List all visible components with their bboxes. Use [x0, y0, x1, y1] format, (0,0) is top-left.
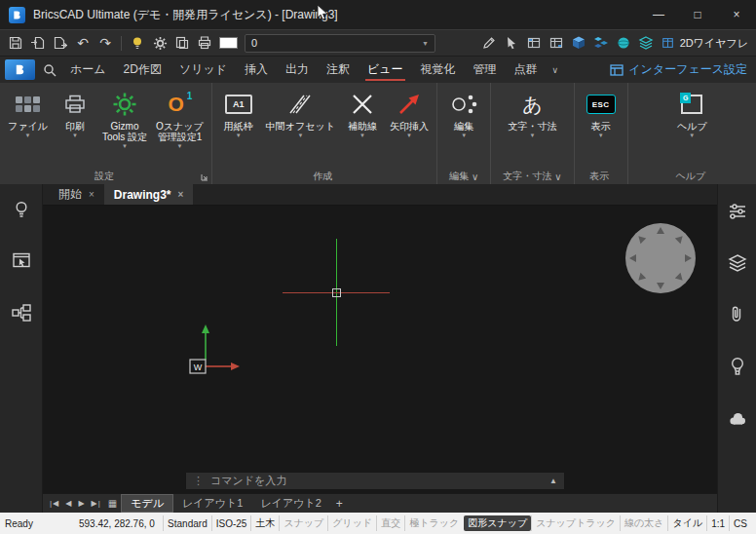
dropdown-caret-icon[interactable]: ▼ — [24, 132, 30, 140]
settings-gear-button[interactable] — [150, 33, 170, 53]
status-toggle[interactable]: スナップ — [279, 515, 327, 531]
copy-button[interactable] — [172, 33, 192, 53]
tab-overflow-chevron-icon[interactable]: ∨ — [547, 65, 565, 75]
ribbon-button-print[interactable]: 印刷 ▼ — [53, 88, 97, 169]
dropdown-caret-icon[interactable]: ▼ — [72, 132, 78, 140]
status-toggle[interactable]: タイル — [667, 515, 706, 531]
open-button[interactable] — [28, 33, 48, 53]
render-sphere-button[interactable] — [614, 33, 633, 53]
ribbon-tab[interactable]: 管理 — [465, 57, 506, 83]
add-layout-button[interactable]: + — [330, 497, 349, 511]
ribbon-button-edit[interactable]: 編集 ▼ — [441, 88, 486, 169]
status-toggle[interactable]: ISO-25 — [211, 515, 251, 531]
status-toggle[interactable]: 線の太さ — [620, 515, 667, 531]
print-button[interactable] — [195, 33, 214, 53]
annotate-button[interactable] — [479, 33, 499, 53]
command-prompt[interactable]: コマンドを入力 — [210, 474, 543, 488]
ribbon-button-text-dim[interactable]: あ 文字・寸法 ▼ — [504, 88, 560, 169]
ribbon-button-help[interactable]: G ヘルプ ▼ — [669, 88, 714, 169]
dropdown-caret-icon[interactable]: ▼ — [598, 132, 604, 140]
layout-tab[interactable]: モデル — [121, 494, 173, 513]
export-button[interactable] — [51, 33, 70, 53]
ribbon-button-file[interactable]: ファイル ▼ — [4, 88, 52, 169]
ribbon-tab[interactable]: 視覚化 — [412, 57, 465, 83]
document-tab[interactable]: Drawing3*× — [104, 184, 194, 205]
ribbon-button-insert-arrow[interactable]: 矢印挿入 ▼ — [386, 88, 433, 169]
coordinates-display[interactable]: 593.42, 282.76, 0 — [79, 518, 155, 529]
minimize-button[interactable]: — — [639, 0, 678, 29]
sheets-button[interactable] — [636, 33, 656, 53]
structure-panel-button[interactable] — [9, 300, 34, 325]
status-toggle[interactable]: 土木 — [250, 515, 279, 531]
status-toggle[interactable]: グリッド — [327, 515, 376, 531]
ribbon-button-display[interactable]: ESC 表示 ▼ — [579, 88, 624, 169]
dropdown-caret-icon[interactable]: ▼ — [176, 142, 182, 151]
dropdown-caret-icon[interactable]: ▼ — [359, 132, 365, 140]
navigation-disc[interactable] — [624, 221, 698, 295]
close-tab-icon[interactable]: × — [89, 189, 94, 200]
layout-tab[interactable]: レイアウト1 — [173, 495, 251, 512]
properties-panel-button[interactable] — [725, 199, 750, 224]
redo-button[interactable]: ↷ — [95, 33, 115, 53]
lamp-button[interactable] — [128, 33, 147, 53]
lamp-button[interactable] — [9, 197, 34, 222]
dropdown-caret-icon[interactable]: ▼ — [297, 132, 303, 140]
selection-mode-button[interactable] — [502, 33, 521, 53]
next-layout-button[interactable]: ▶ — [75, 499, 88, 508]
status-toggle[interactable]: 直交 — [376, 515, 404, 531]
prev-layout-button[interactable]: ◀ — [62, 499, 75, 508]
close-tab-icon[interactable]: × — [178, 189, 184, 200]
ribbon-button-gizmo-settings[interactable]: GizmoTools 設定 ▼ — [98, 88, 151, 169]
visual-style-control[interactable]: 2Dワイヤフレ — [659, 36, 750, 51]
dropdown-caret-icon[interactable]: ▼ — [529, 132, 535, 140]
status-toggle[interactable]: CS — [729, 515, 751, 531]
ribbon-tab[interactable]: 2D作図 — [115, 57, 170, 83]
expand-up-icon[interactable]: ▲ — [549, 477, 557, 485]
drawing-explorer-button[interactable] — [9, 248, 34, 274]
status-toggle[interactable]: 図形スナップ — [464, 515, 531, 531]
drawing-canvas[interactable]: W ⋮ コ — [43, 206, 717, 493]
cubes-group-button[interactable] — [591, 33, 611, 53]
status-toggle[interactable]: 極トラック — [404, 515, 463, 531]
interface-settings-button[interactable]: インターフェース設定 — [610, 61, 756, 78]
dropdown-caret-icon[interactable]: ▼ — [689, 132, 695, 140]
ribbon-tab[interactable]: ソリッド — [170, 57, 236, 83]
cloud-panel-button[interactable] — [725, 405, 750, 431]
close-button[interactable]: × — [717, 0, 756, 29]
search-button[interactable] — [38, 59, 61, 80]
ribbon-tab[interactable]: ホーム — [61, 57, 115, 83]
layout-grid-icon[interactable]: ▦ — [104, 498, 121, 509]
status-toggle[interactable]: Standard — [163, 515, 211, 531]
assistant-balloon-button[interactable] — [725, 354, 750, 379]
panel-grid-button-2[interactable] — [547, 33, 566, 53]
layers-panel-button[interactable] — [725, 250, 750, 276]
ribbon-tab[interactable]: 挿入 — [236, 57, 277, 83]
panel-grid-button[interactable] — [524, 33, 544, 53]
ribbon-tab[interactable]: 出力 — [277, 57, 318, 83]
ribbon-button-paper-frame[interactable]: A1 用紙枠 ▼ — [216, 88, 261, 169]
application-button[interactable] — [5, 59, 35, 80]
first-layout-button[interactable]: |◀ — [47, 499, 62, 508]
ribbon-button-osnap-settings[interactable]: O1 Oスナップ管理設定1 ▼ — [152, 88, 208, 169]
cube-view-button[interactable] — [569, 33, 588, 53]
status-toggle[interactable]: 1:1 — [706, 515, 729, 531]
undo-button[interactable]: ↶ — [73, 33, 93, 53]
save-button[interactable] — [6, 33, 25, 53]
current-color-swatch[interactable] — [219, 37, 238, 49]
ribbon-button-mid-offset[interactable]: 中間オフセット ▼ — [262, 88, 339, 169]
maximize-button[interactable]: □ — [678, 0, 717, 29]
last-layout-button[interactable]: ▶| — [89, 499, 104, 508]
command-line[interactable]: ⋮ コマンドを入力 ▲ — [185, 472, 565, 490]
dropdown-caret-icon[interactable]: ▼ — [406, 132, 412, 140]
status-toggle[interactable]: スナップトラック — [531, 515, 620, 531]
ribbon-tab[interactable]: 点群 — [506, 57, 547, 83]
document-tab[interactable]: 開始× — [49, 184, 104, 205]
drag-handle-icon[interactable]: ⋮ — [193, 475, 204, 487]
layout-tab[interactable]: レイアウト2 — [251, 495, 329, 512]
ribbon-tab[interactable]: ビュー — [359, 57, 412, 83]
layer-dropdown[interactable]: 0 ▼ — [245, 34, 435, 53]
ribbon-tab[interactable]: 注釈 — [318, 57, 359, 83]
attachments-panel-button[interactable] — [725, 302, 750, 327]
dropdown-caret-icon[interactable]: ▼ — [122, 142, 128, 151]
ribbon-button-construction-line[interactable]: 補助線 ▼ — [340, 88, 385, 169]
